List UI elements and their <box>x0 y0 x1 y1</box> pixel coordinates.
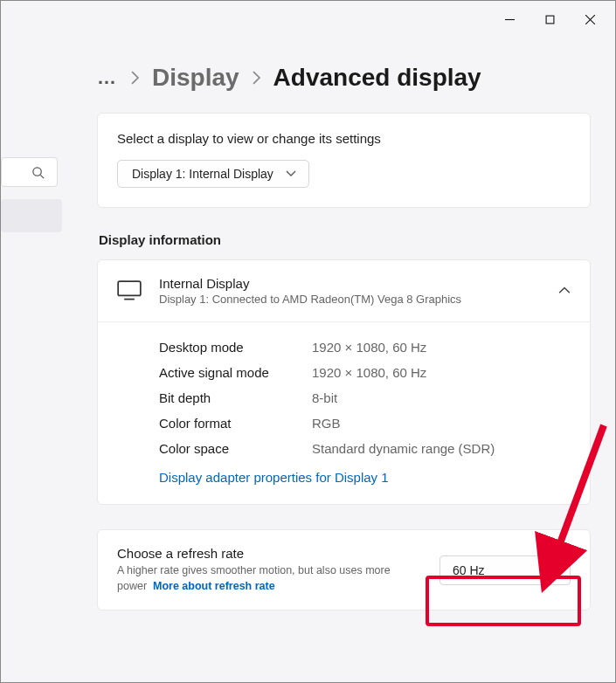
select-display-card: Select a display to view or change its s… <box>97 113 591 208</box>
chevron-up-icon <box>558 285 571 297</box>
adapter-properties-link[interactable]: Display adapter properties for Display 1 <box>159 461 571 486</box>
info-label: Color format <box>159 416 312 431</box>
display-selector-dropdown[interactable]: Display 1: Internal Display <box>117 160 309 188</box>
display-info-card: Internal Display Display 1: Connected to… <box>97 259 591 505</box>
info-row: Active signal mode 1920 × 1080, 60 Hz <box>159 360 571 385</box>
info-row: Color format RGB <box>159 410 571 436</box>
minimize-button[interactable] <box>489 5 529 33</box>
breadcrumb-parent[interactable]: Display <box>152 64 239 92</box>
select-display-prompt: Select a display to view or change its s… <box>117 131 571 146</box>
chevron-down-icon <box>549 565 559 576</box>
info-value: 8-bit <box>312 390 337 405</box>
display-name: Internal Display <box>159 276 541 291</box>
info-value: 1920 × 1080, 60 Hz <box>312 340 426 355</box>
window-titlebar <box>1 1 615 38</box>
info-label: Desktop mode <box>159 340 312 355</box>
chevron-right-icon <box>252 71 261 85</box>
svg-rect-1 <box>546 16 554 24</box>
monitor-icon <box>117 280 142 300</box>
info-row: Bit depth 8-bit <box>159 385 571 410</box>
refresh-rate-learn-more-link[interactable]: More about refresh rate <box>153 580 275 592</box>
info-row: Color space Standard dynamic range (SDR) <box>159 436 571 461</box>
maximize-button[interactable] <box>529 5 570 33</box>
info-value: Standard dynamic range (SDR) <box>312 441 495 456</box>
svg-point-4 <box>33 167 41 175</box>
sidebar <box>1 38 62 682</box>
svg-rect-6 <box>118 281 141 295</box>
chevron-right-icon <box>130 71 140 85</box>
display-selector-value: Display 1: Internal Display <box>132 167 273 181</box>
breadcrumb: … Display Advanced display <box>97 64 591 92</box>
display-info-heading: Display information <box>99 232 591 247</box>
breadcrumb-overflow[interactable]: … <box>97 66 118 89</box>
display-info-header[interactable]: Internal Display Display 1: Connected to… <box>98 260 590 322</box>
refresh-rate-dropdown[interactable]: 60 Hz <box>440 555 571 585</box>
refresh-rate-card: Choose a refresh rate A higher rate give… <box>97 529 591 611</box>
search-icon <box>31 166 45 179</box>
info-label: Color space <box>159 441 312 456</box>
search-input[interactable] <box>1 157 58 187</box>
sidebar-item-selected[interactable] <box>1 199 62 232</box>
refresh-rate-value: 60 Hz <box>453 563 485 577</box>
page-title: Advanced display <box>273 64 481 92</box>
display-info-body: Desktop mode 1920 × 1080, 60 Hz Active s… <box>98 322 590 504</box>
info-label: Bit depth <box>159 390 312 405</box>
chevron-down-icon <box>286 169 296 179</box>
info-value: RGB <box>312 416 341 431</box>
close-button[interactable] <box>570 5 610 33</box>
display-connection: Display 1: Connected to AMD Radeon(TM) V… <box>159 293 541 306</box>
refresh-rate-description: A higher rate gives smoother motion, but… <box>117 563 424 594</box>
info-value: 1920 × 1080, 60 Hz <box>312 365 426 380</box>
refresh-rate-title: Choose a refresh rate <box>117 546 424 561</box>
info-label: Active signal mode <box>159 365 312 380</box>
svg-line-5 <box>40 175 44 178</box>
main-content: … Display Advanced display Select a disp… <box>62 38 615 682</box>
info-row: Desktop mode 1920 × 1080, 60 Hz <box>159 335 571 360</box>
